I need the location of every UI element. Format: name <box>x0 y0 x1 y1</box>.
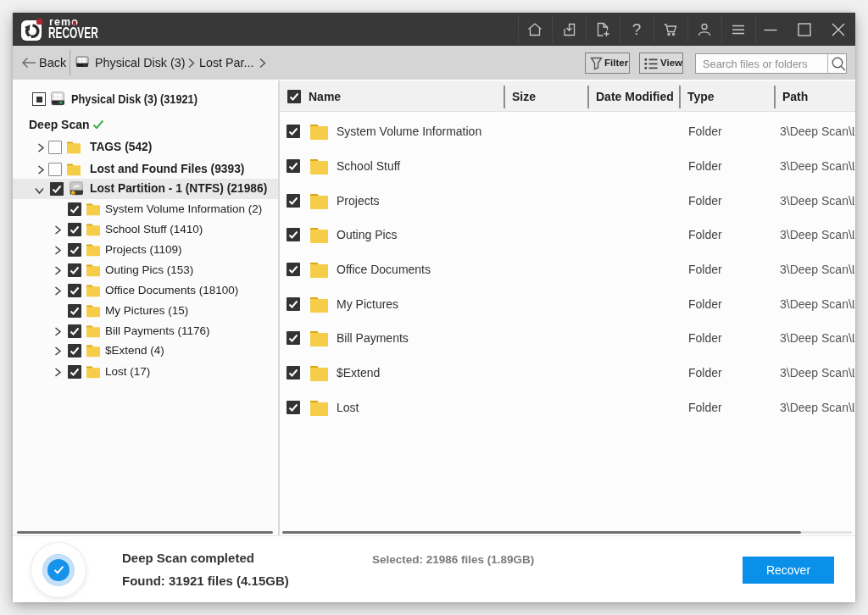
svg-text:RECOVER: RECOVER <box>48 24 98 41</box>
